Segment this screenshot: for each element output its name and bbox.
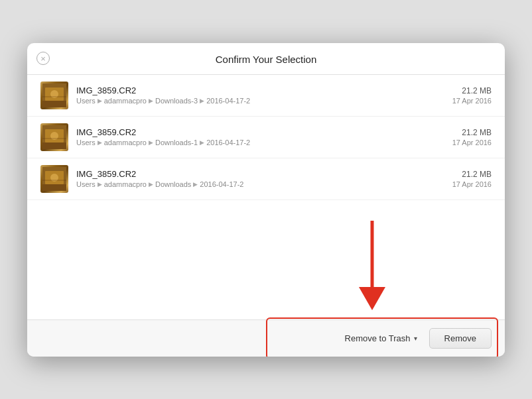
file-date: 17 Apr 2016 xyxy=(452,139,492,146)
file-name: IMG_3859.CR2 xyxy=(76,169,439,179)
svg-rect-13 xyxy=(42,184,66,191)
remove-to-trash-dropdown[interactable]: Remove to Trash ▾ xyxy=(338,329,424,347)
file-info: IMG_3859.CR2Users▶adammacpro▶Downloads-1… xyxy=(76,127,439,146)
file-path: Users▶adammacpro▶Downloads-3▶2016-04-17-… xyxy=(76,97,439,105)
remove-button[interactable]: Remove xyxy=(429,328,492,349)
path-separator: ▶ xyxy=(193,181,198,188)
file-info: IMG_3859.CR2Users▶adammacpro▶Downloads▶2… xyxy=(76,169,439,188)
close-icon: × xyxy=(40,54,46,63)
empty-space xyxy=(27,200,505,319)
file-item: IMG_3859.CR2Users▶adammacpro▶Downloads▶2… xyxy=(27,158,505,200)
path-separator: ▶ xyxy=(98,181,102,188)
file-thumbnail xyxy=(40,123,68,151)
file-size: 21.2 MB xyxy=(452,86,492,95)
file-size: 21.2 MB xyxy=(452,170,492,179)
file-meta: 21.2 MB17 Apr 2016 xyxy=(452,170,492,188)
file-name: IMG_3859.CR2 xyxy=(76,127,439,137)
svg-rect-8 xyxy=(42,142,66,149)
svg-rect-3 xyxy=(42,101,66,107)
file-path: Users▶adammacpro▶Downloads▶2016-04-17-2 xyxy=(76,180,439,188)
file-meta: 21.2 MB17 Apr 2016 xyxy=(452,86,492,105)
path-separator: ▶ xyxy=(200,97,204,104)
dropdown-label: Remove to Trash xyxy=(345,333,411,343)
file-item: IMG_3859.CR2Users▶adammacpro▶Downloads-3… xyxy=(27,75,505,117)
close-button[interactable]: × xyxy=(36,52,50,65)
confirm-dialog: × Confirm Your Selection IMG_3859.CR2Use… xyxy=(27,43,505,357)
dialog-footer: Remove to Trash ▾ Remove xyxy=(27,319,505,357)
file-size: 21.2 MB xyxy=(452,128,492,137)
file-list: IMG_3859.CR2Users▶adammacpro▶Downloads-3… xyxy=(27,75,505,200)
chevron-down-icon: ▾ xyxy=(414,335,417,342)
file-name: IMG_3859.CR2 xyxy=(76,86,439,95)
file-thumbnail xyxy=(40,165,68,193)
file-path: Users▶adammacpro▶Downloads-1▶2016-04-17-… xyxy=(76,139,439,146)
path-separator: ▶ xyxy=(149,97,153,104)
path-separator: ▶ xyxy=(149,181,153,188)
path-separator: ▶ xyxy=(98,139,102,146)
file-thumbnail xyxy=(40,82,68,109)
file-date: 17 Apr 2016 xyxy=(452,180,492,188)
dialog-header: × Confirm Your Selection xyxy=(27,43,505,75)
path-separator: ▶ xyxy=(200,139,204,146)
file-info: IMG_3859.CR2Users▶adammacpro▶Downloads-3… xyxy=(76,86,439,105)
file-meta: 21.2 MB17 Apr 2016 xyxy=(452,128,492,146)
dialog-title: Confirm Your Selection xyxy=(216,54,317,65)
path-separator: ▶ xyxy=(149,139,153,146)
file-item: IMG_3859.CR2Users▶adammacpro▶Downloads-1… xyxy=(27,117,505,158)
path-separator: ▶ xyxy=(98,97,102,104)
file-date: 17 Apr 2016 xyxy=(452,97,492,105)
